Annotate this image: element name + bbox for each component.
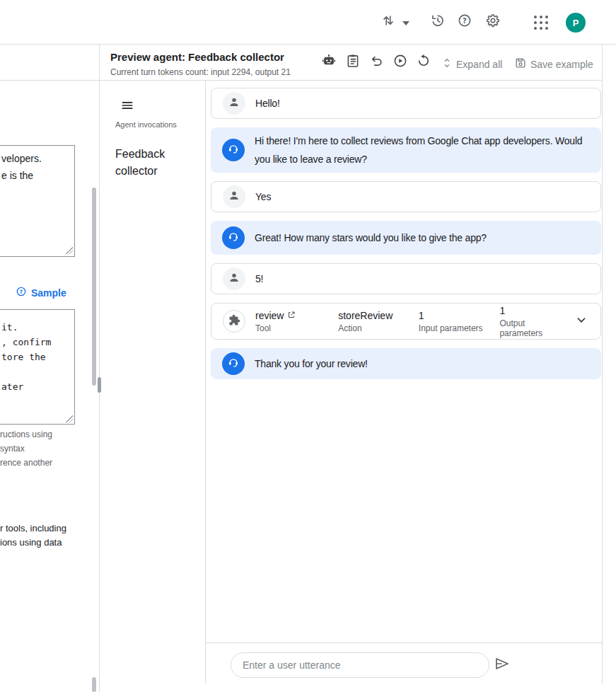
chat-panel-left-border	[205, 80, 206, 684]
sort-button[interactable]	[380, 14, 396, 30]
chat-message-agent: Great! How many stars would you like to …	[211, 221, 601, 255]
user-avatar	[223, 267, 245, 290]
send-icon	[494, 655, 511, 675]
panel-resize-handle[interactable]	[98, 377, 101, 393]
goal-text-fragment: e is the	[1, 170, 33, 181]
topbar-divider	[0, 44, 616, 45]
hamburger-icon	[120, 98, 134, 115]
message-text: Yes	[255, 188, 271, 206]
left-panel-scrollbar-segment[interactable]	[92, 677, 96, 692]
person-icon	[228, 271, 240, 287]
menu-button[interactable]	[120, 99, 135, 115]
agent-avatar	[222, 226, 245, 249]
svg-text:?: ?	[463, 17, 467, 25]
unfold-more-icon	[441, 57, 453, 71]
support-agent-icon	[227, 230, 240, 246]
preview-header-divider	[100, 80, 602, 81]
input-area-divider	[205, 642, 602, 643]
undo-button[interactable]	[368, 54, 384, 70]
settings-button[interactable]	[485, 14, 501, 30]
open-in-new-icon[interactable]	[287, 310, 296, 321]
app-window: ? P velopers. e is the ? Sample it. , co…	[0, 0, 616, 692]
input-params-caption: Input parameters	[419, 323, 490, 333]
expand-all-button[interactable]: Expand all	[441, 57, 502, 71]
left-panel-header-divider	[0, 80, 99, 81]
agent-avatar	[222, 352, 245, 375]
utterance-input[interactable]	[231, 652, 489, 678]
support-agent-icon	[227, 356, 240, 371]
preview-title: Preview agent: Feedback collector	[110, 51, 284, 63]
avatar-initial: P	[566, 13, 586, 33]
output-params-column: 1 Output parameters	[499, 305, 564, 338]
swap-vert-icon	[380, 13, 396, 31]
goal-text-fragment: velopers.	[1, 153, 42, 164]
settings-gear-icon	[485, 13, 501, 31]
description-text: ions using data	[0, 537, 62, 548]
message-text: Hi there! I'm here to collect reviews fr…	[255, 132, 590, 168]
input-params-column: 1 Input parameters	[419, 310, 490, 333]
save-icon	[513, 56, 528, 72]
account-avatar[interactable]: P	[566, 13, 586, 33]
helper-text: rence another	[0, 458, 52, 468]
help-circle-icon: ?	[16, 286, 27, 300]
restart-icon	[416, 53, 431, 71]
input-params-count: 1	[419, 310, 424, 321]
agent-robot-button[interactable]	[321, 54, 337, 70]
tool-avatar	[223, 310, 245, 333]
textarea-resize-grip[interactable]	[66, 415, 73, 422]
message-text: Hello!	[255, 94, 280, 113]
helper-text: syntax	[0, 444, 25, 454]
clipboard-icon	[345, 53, 361, 71]
tool-caption: Tool	[255, 323, 328, 333]
left-panel-scrollbar[interactable]	[92, 188, 96, 386]
arrow-drop-down-icon	[402, 16, 409, 28]
agent-invocations-label: Agent invocations	[115, 120, 177, 129]
nav-item-feedback-collector[interactable]: Feedback collector	[115, 146, 194, 180]
output-params-caption: Output parameters	[499, 318, 564, 338]
restart-button[interactable]	[416, 54, 431, 70]
tool-name: review	[255, 310, 284, 321]
preview-token-count: Current turn tokens count: input 2294, o…	[110, 67, 291, 77]
message-text: Great! How many stars would you like to …	[255, 229, 487, 247]
textarea-resize-grip[interactable]	[66, 247, 73, 254]
save-example-button[interactable]: Save example	[513, 56, 593, 72]
history-button[interactable]	[429, 14, 445, 30]
user-avatar	[223, 92, 245, 115]
chat-message-user: Hello!	[211, 88, 601, 119]
sample-link[interactable]: ? Sample	[16, 286, 66, 300]
apps-grid-icon	[534, 16, 548, 30]
tool-column: review Tool	[255, 310, 328, 333]
chat-message-agent: Thank you for your review!	[211, 348, 601, 379]
chat-message-user: Yes	[211, 181, 601, 212]
action-caption: Action	[338, 323, 409, 333]
person-icon	[228, 189, 240, 204]
person-icon	[228, 96, 240, 111]
undo-icon	[368, 53, 384, 71]
expand-all-label: Expand all	[456, 59, 502, 70]
description-text: r tools, including	[0, 523, 66, 534]
sample-label: Sample	[31, 287, 66, 299]
send-button[interactable]	[494, 657, 511, 674]
transcript-button[interactable]	[345, 54, 361, 70]
apps-grid-button[interactable]	[533, 15, 549, 30]
helper-text: ructions using	[0, 429, 52, 439]
play-circle-icon	[393, 53, 408, 71]
action-name: storeReview	[338, 310, 393, 321]
play-button[interactable]	[393, 54, 408, 70]
chevron-down-icon	[574, 312, 589, 330]
agent-avatar	[222, 139, 245, 161]
save-example-label: Save example	[530, 59, 593, 70]
robot-icon	[321, 53, 337, 71]
action-column: storeReview Action	[338, 310, 409, 333]
left-panel-divider[interactable]	[99, 44, 100, 692]
instructions-fragment: tore the	[1, 350, 46, 364]
help-button[interactable]: ?	[457, 14, 472, 30]
instructions-fragment: it.	[1, 320, 18, 335]
chat-panel-right-border	[602, 44, 603, 684]
expand-row-button[interactable]	[574, 312, 589, 330]
chat-message-agent: Hi there! I'm here to collect reviews fr…	[211, 127, 601, 173]
message-text: Thank you for your review!	[255, 354, 368, 373]
sort-dropdown-button[interactable]	[402, 19, 410, 25]
user-avatar	[223, 185, 245, 208]
tool-invocation-row[interactable]: review Tool storeReview Action 1 Input p…	[211, 303, 601, 340]
